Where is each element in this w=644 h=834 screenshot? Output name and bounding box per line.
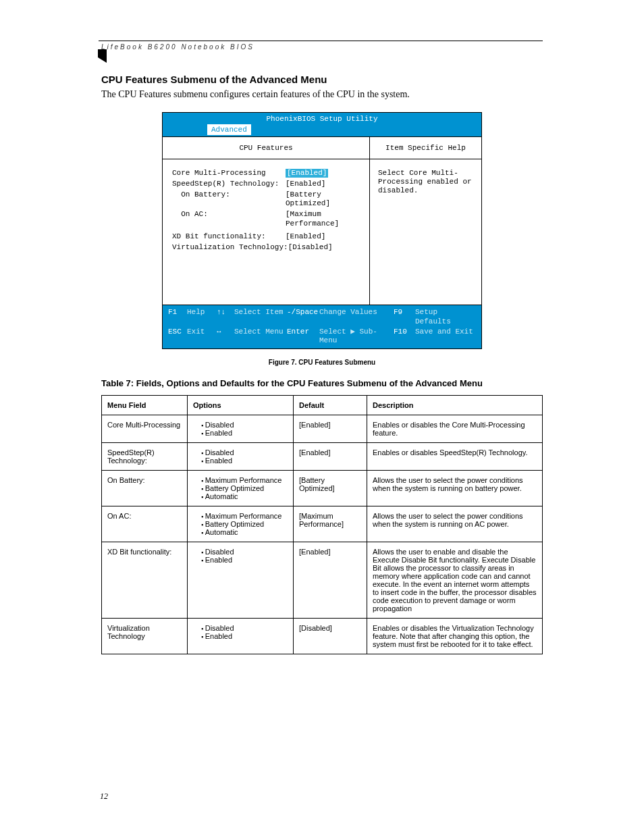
option-item: Enabled bbox=[201, 632, 288, 640]
cell-description: Allows the user to enable and disable th… bbox=[367, 542, 543, 619]
cell-field: On Battery: bbox=[102, 471, 188, 506]
page-number: 12 bbox=[100, 791, 108, 802]
intro-text: The CPU Features submenu configures cert… bbox=[101, 89, 543, 100]
bios-setting-value: [Battery Optimized] bbox=[286, 190, 364, 208]
cell-default: [Disabled] bbox=[294, 619, 367, 654]
option-item: Battery Optimized bbox=[201, 484, 288, 492]
bios-help-heading: Item Specific Help bbox=[370, 137, 481, 159]
cell-field: XD Bit functionality: bbox=[102, 542, 188, 619]
bios-setting-row[interactable]: On Battery:[Battery Optimized] bbox=[172, 190, 364, 208]
table-row: Virtualization TechnologyDisabledEnabled… bbox=[102, 619, 543, 654]
bios-help-text: Select Core Multi-Processing enabled or … bbox=[370, 159, 481, 201]
option-item: Maximum Performance bbox=[201, 512, 288, 520]
table-row: Core Multi-ProcessingDisabledEnabled[Ena… bbox=[102, 415, 543, 443]
figure-caption: Figure 7. CPU Features Submenu bbox=[101, 359, 543, 366]
cell-description: Enables or disables the Core Multi-Proce… bbox=[367, 415, 543, 443]
bios-setting-value: [Enabled] bbox=[286, 232, 325, 241]
bios-setting-row[interactable]: Core Multi-Processing[Enabled] bbox=[172, 169, 364, 178]
cell-description: Allows the user to select the power cond… bbox=[367, 471, 543, 506]
table-caption: Table 7: Fields, Options and Defaults fo… bbox=[101, 378, 543, 388]
cell-default: [Enabled] bbox=[294, 415, 367, 443]
th-options: Options bbox=[188, 396, 294, 415]
option-item: Disabled bbox=[201, 421, 288, 429]
page-title: CPU Features Submenu of the Advanced Men… bbox=[101, 74, 543, 85]
tab-advanced[interactable]: Advanced bbox=[207, 124, 251, 135]
option-item: Automatic bbox=[201, 528, 288, 536]
bios-footer-keys: F1Help ↑↓Select Item -/SpaceChange Value… bbox=[163, 305, 481, 348]
table-row: On AC:Maximum PerformanceBattery Optimiz… bbox=[102, 506, 543, 542]
bios-section-heading: CPU Features bbox=[163, 137, 369, 159]
bios-setting-label: On Battery: bbox=[172, 190, 286, 208]
cell-options: DisabledEnabled bbox=[188, 542, 294, 619]
bios-setting-label: SpeedStep(R) Technology: bbox=[172, 180, 286, 188]
option-item: Enabled bbox=[201, 556, 288, 564]
option-item: Enabled bbox=[201, 429, 288, 437]
bios-menubar: Advanced bbox=[163, 126, 481, 136]
cell-field: On AC: bbox=[102, 506, 188, 542]
bios-setting-row[interactable]: SpeedStep(R) Technology:[Enabled] bbox=[172, 180, 364, 188]
cell-description: Enables or disables the Virtualization T… bbox=[367, 619, 543, 654]
bios-setting-label: XD Bit functionality: bbox=[172, 232, 286, 241]
bios-settings-list: Core Multi-Processing[Enabled]SpeedStep(… bbox=[163, 159, 369, 260]
bios-setting-value: [Disabled] bbox=[288, 243, 333, 252]
bios-setting-value: [Maximum Performance] bbox=[286, 210, 364, 228]
header-bracket-icon bbox=[97, 49, 543, 59]
option-item: Automatic bbox=[201, 492, 288, 500]
bios-setting-row[interactable]: On AC:[Maximum Performance] bbox=[172, 210, 364, 228]
table-row: SpeedStep(R) Technology:DisabledEnabled[… bbox=[102, 443, 543, 471]
bios-setting-value: [Enabled] bbox=[286, 169, 328, 178]
th-default: Default bbox=[294, 396, 367, 415]
cell-default: [Maximum Performance] bbox=[294, 506, 367, 542]
option-item: Disabled bbox=[201, 548, 288, 556]
cell-options: Maximum PerformanceBattery OptimizedAuto… bbox=[188, 506, 294, 542]
option-item: Disabled bbox=[201, 448, 288, 457]
cell-options: DisabledEnabled bbox=[188, 443, 294, 471]
cell-options: DisabledEnabled bbox=[188, 619, 294, 654]
table-row: XD Bit functionality:DisabledEnabled[Ena… bbox=[102, 542, 543, 619]
option-item: Disabled bbox=[201, 624, 288, 632]
option-item: Battery Optimized bbox=[201, 520, 288, 528]
cell-default: [Enabled] bbox=[294, 443, 367, 471]
cell-field: Virtualization Technology bbox=[102, 619, 188, 654]
bios-screenshot: PhoenixBIOS Setup Utility Advanced CPU F… bbox=[162, 112, 482, 349]
cell-description: Enables or disables SpeedStep(R) Technol… bbox=[367, 443, 543, 471]
bios-setting-label: Virtualization Technology: bbox=[172, 243, 288, 252]
cell-options: DisabledEnabled bbox=[188, 415, 294, 443]
bios-setting-row[interactable]: XD Bit functionality:[Enabled] bbox=[172, 232, 364, 241]
bios-setting-label: On AC: bbox=[172, 210, 286, 228]
options-table: Menu Field Options Default Description C… bbox=[101, 395, 543, 654]
th-menu-field: Menu Field bbox=[102, 396, 188, 415]
th-description: Description bbox=[367, 396, 543, 415]
cell-options: Maximum PerformanceBattery OptimizedAuto… bbox=[188, 471, 294, 506]
bios-setting-label: Core Multi-Processing bbox=[172, 169, 286, 178]
bios-setting-value: [Enabled] bbox=[286, 180, 325, 188]
cell-field: Core Multi-Processing bbox=[102, 415, 188, 443]
cell-default: [Enabled] bbox=[294, 542, 367, 619]
cell-description: Allows the user to select the power cond… bbox=[367, 506, 543, 542]
option-item: Enabled bbox=[201, 457, 288, 465]
cell-field: SpeedStep(R) Technology: bbox=[102, 443, 188, 471]
table-row: On Battery:Maximum PerformanceBattery Op… bbox=[102, 471, 543, 506]
bios-setting-row[interactable]: Virtualization Technology:[Disabled] bbox=[172, 243, 364, 252]
option-item: Maximum Performance bbox=[201, 476, 288, 484]
cell-default: [Battery Optimized] bbox=[294, 471, 367, 506]
